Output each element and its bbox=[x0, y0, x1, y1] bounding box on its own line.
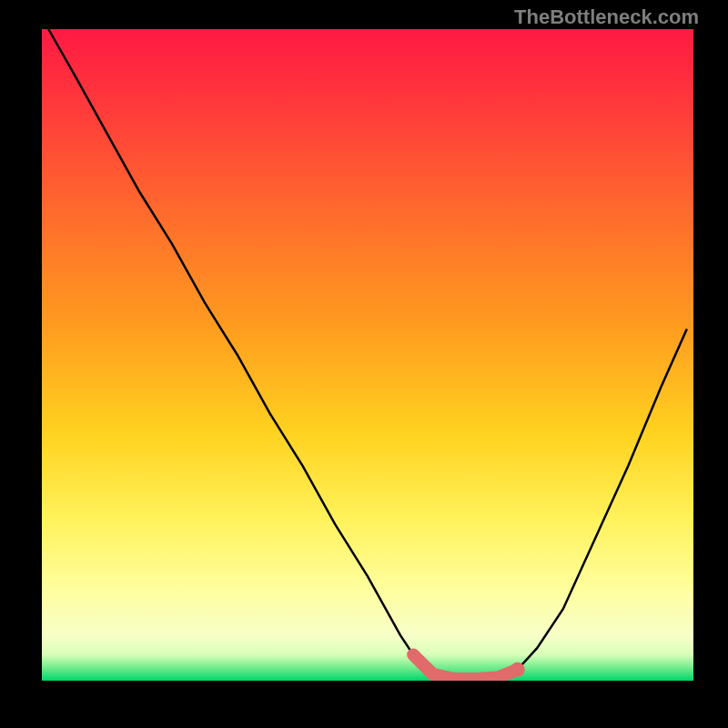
chart-svg bbox=[42, 29, 693, 681]
curve-line bbox=[48, 29, 687, 679]
plot-area bbox=[42, 29, 693, 681]
trough-end-dot bbox=[511, 662, 525, 677]
trough-highlight bbox=[413, 654, 518, 679]
chart-frame: TheBottleneck.com bbox=[0, 0, 728, 728]
watermark-text: TheBottleneck.com bbox=[514, 5, 699, 29]
